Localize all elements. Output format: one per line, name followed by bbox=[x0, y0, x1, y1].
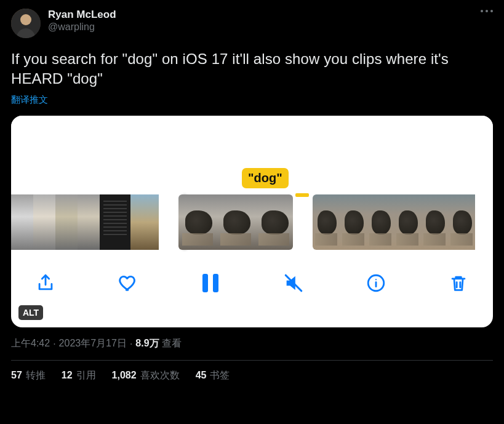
likes-stat[interactable]: 1,082喜欢次数 bbox=[112, 369, 180, 382]
tweet-meta: 上午4:42 · 2023年7月17日 · 8.9万查看 bbox=[11, 337, 493, 350]
tweet-stats: 57转推 12引用 1,082喜欢次数 45书签 bbox=[11, 369, 493, 382]
clip-thumbnail[interactable] bbox=[394, 194, 421, 250]
retweets-stat[interactable]: 57转推 bbox=[11, 369, 46, 382]
clip-thumbnail[interactable] bbox=[313, 194, 340, 250]
views-label: 查看 bbox=[162, 338, 182, 348]
clip-thumbnail[interactable] bbox=[55, 194, 78, 250]
clip-group-3 bbox=[313, 194, 475, 250]
media-controls bbox=[11, 251, 493, 315]
clip-thumbnail[interactable] bbox=[33, 194, 55, 250]
tweet-header: Ryan McLeod @warpling bbox=[11, 9, 493, 38]
tweet-text: If you search for "dog" on iOS 17 it'll … bbox=[11, 49, 493, 88]
tweet-date[interactable]: 2023年7月17日 bbox=[59, 337, 127, 350]
media-top-area: "dog" bbox=[11, 116, 493, 193]
tweet-container: Ryan McLeod @warpling If you search for … bbox=[0, 0, 504, 382]
clip-thumbnail[interactable] bbox=[78, 194, 100, 250]
display-name[interactable]: Ryan McLeod bbox=[48, 9, 116, 21]
avatar-image bbox=[11, 9, 41, 38]
avatar[interactable] bbox=[11, 9, 41, 38]
tweet-time[interactable]: 上午4:42 bbox=[11, 337, 50, 350]
mute-icon[interactable] bbox=[281, 271, 306, 295]
trash-icon[interactable] bbox=[446, 271, 471, 295]
clip-thumbnail[interactable] bbox=[11, 194, 33, 250]
clip-group-1 bbox=[11, 194, 159, 250]
clip-thumbnail[interactable] bbox=[421, 194, 448, 250]
clip-thumbnail[interactable] bbox=[448, 194, 475, 250]
clip-thumbnail[interactable] bbox=[340, 194, 367, 250]
clip-timeline[interactable] bbox=[11, 193, 493, 251]
search-token-marker bbox=[295, 193, 309, 197]
quotes-stat[interactable]: 12引用 bbox=[62, 369, 96, 382]
alt-badge[interactable]: ALT bbox=[18, 305, 43, 320]
svg-point-5 bbox=[375, 279, 377, 281]
search-token-badge: "dog" bbox=[242, 168, 289, 188]
share-icon[interactable] bbox=[33, 271, 58, 295]
clip-group-2 bbox=[178, 194, 293, 250]
svg-point-1 bbox=[20, 14, 31, 25]
views-count[interactable]: 8.9万 bbox=[135, 338, 159, 348]
clip-thumbnail[interactable] bbox=[100, 194, 130, 250]
clip-thumbnail[interactable] bbox=[130, 194, 159, 250]
info-icon[interactable] bbox=[364, 271, 388, 295]
user-block: Ryan McLeod @warpling bbox=[48, 9, 116, 33]
clip-thumbnail[interactable] bbox=[367, 194, 394, 250]
divider bbox=[11, 360, 493, 361]
clip-thumbnail[interactable] bbox=[217, 194, 255, 250]
user-handle[interactable]: @warpling bbox=[48, 21, 116, 33]
clip-thumbnail[interactable] bbox=[178, 194, 217, 250]
more-options-icon[interactable] bbox=[481, 10, 493, 12]
heart-icon[interactable] bbox=[116, 271, 140, 295]
pause-icon[interactable] bbox=[198, 271, 223, 295]
media-attachment: "dog" bbox=[11, 116, 493, 327]
bookmarks-stat[interactable]: 45书签 bbox=[196, 369, 230, 382]
media-card[interactable]: "dog" bbox=[11, 116, 493, 327]
clip-thumbnail[interactable] bbox=[255, 194, 293, 250]
translate-link[interactable]: 翻译推文 bbox=[11, 94, 48, 106]
